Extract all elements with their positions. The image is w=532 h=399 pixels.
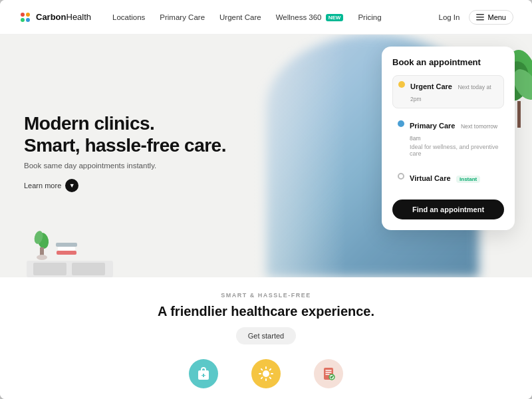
logo-text: CarbonHealth xyxy=(36,12,91,22)
nav-pricing[interactable]: Pricing xyxy=(358,13,381,21)
svg-rect-6 xyxy=(476,19,484,21)
hero-subtext: Book same day appointments instantly. xyxy=(24,162,226,170)
wellness-badge: NEW xyxy=(326,14,344,21)
svg-point-14 xyxy=(37,255,47,260)
svg-rect-15 xyxy=(57,251,76,255)
svg-point-1 xyxy=(26,13,30,17)
primary-care-name: Primary Care Next tomorrow 8am xyxy=(410,119,499,143)
bottom-icons xyxy=(13,359,519,388)
virtual-care-dot xyxy=(398,173,404,180)
svg-rect-17 xyxy=(56,243,77,247)
booking-card: Book an appointment Urgent Care Next tod… xyxy=(382,47,515,230)
svg-point-2 xyxy=(21,18,25,22)
svg-rect-4 xyxy=(476,14,484,15)
urgent-care-text: Urgent Care Next today at 2pm xyxy=(410,80,498,104)
hero-furniture-decoration xyxy=(27,204,113,277)
learn-more-link[interactable]: Learn more ▼ xyxy=(24,179,226,192)
login-link[interactable]: Log In xyxy=(438,13,460,21)
hero-content: Modern clinics. Smart, hassle-free care.… xyxy=(24,112,226,192)
svg-rect-5 xyxy=(476,17,484,18)
booking-title: Book an appointment xyxy=(392,57,504,67)
nav-urgent-care[interactable]: Urgent Care xyxy=(219,13,261,21)
find-appointment-button[interactable]: Find an appointment xyxy=(392,200,504,219)
hero-headline: Modern clinics. Smart, hassle-free care. xyxy=(24,112,226,156)
navbar: CarbonHealth Locations Primary Care Urge… xyxy=(0,0,532,35)
booking-option-urgent[interactable]: Urgent Care Next today at 2pm xyxy=(392,75,504,108)
bottom-icon-1 xyxy=(189,359,218,388)
bottom-icon-3 xyxy=(314,359,343,388)
svg-point-3 xyxy=(26,18,30,22)
primary-care-text: Primary Care Next tomorrow 8am Ideal for… xyxy=(410,119,499,157)
get-started-button[interactable]: Get started xyxy=(236,327,296,344)
booking-option-primary[interactable]: Primary Care Next tomorrow 8am Ideal for… xyxy=(392,115,504,161)
nav-primary-care[interactable]: Primary Care xyxy=(160,13,205,21)
svg-point-0 xyxy=(21,13,25,17)
bottom-section: SMART & HASSLE-FREE A friendlier healthc… xyxy=(0,277,532,399)
bottom-eyebrow: SMART & HASSLE-FREE xyxy=(13,292,519,299)
instant-badge: Instant xyxy=(456,176,480,183)
icon-medical xyxy=(189,359,218,388)
nav-right: Log In Menu xyxy=(438,10,513,25)
icon-wellness xyxy=(251,359,281,388)
virtual-care-name: Virtual Care Instant xyxy=(410,172,480,184)
svg-point-21 xyxy=(263,370,269,377)
bottom-headline: A friendlier healthcare experience. xyxy=(13,304,519,319)
virtual-care-text: Virtual Care Instant xyxy=(410,172,480,184)
svg-rect-20 xyxy=(72,263,105,275)
svg-rect-10 xyxy=(517,101,521,128)
hamburger-icon xyxy=(476,14,484,21)
urgent-care-name: Urgent Care Next today at 2pm xyxy=(410,80,498,104)
booking-option-virtual[interactable]: Virtual Care Instant xyxy=(392,168,504,188)
primary-care-dot xyxy=(398,120,404,127)
menu-button[interactable]: Menu xyxy=(469,10,513,25)
icon-records xyxy=(314,359,343,388)
nav-links: Locations Primary Care Urgent Care Welln… xyxy=(112,13,438,21)
logo[interactable]: CarbonHealth xyxy=(19,11,91,24)
urgent-care-dot xyxy=(398,81,405,88)
nav-wellness[interactable]: Wellness 360 NEW xyxy=(276,13,344,21)
logo-icon xyxy=(19,11,32,24)
svg-rect-19 xyxy=(33,263,66,275)
svg-rect-16 xyxy=(58,247,75,251)
learn-more-icon: ▼ xyxy=(65,179,78,192)
primary-care-desc: Ideal for wellness, and preventive care xyxy=(410,144,499,157)
browser-window: CarbonHealth Locations Primary Care Urge… xyxy=(0,0,532,399)
nav-locations[interactable]: Locations xyxy=(112,13,145,21)
bottom-icon-2 xyxy=(251,359,281,388)
hero-section: Modern clinics. Smart, hassle-free care.… xyxy=(0,35,532,277)
